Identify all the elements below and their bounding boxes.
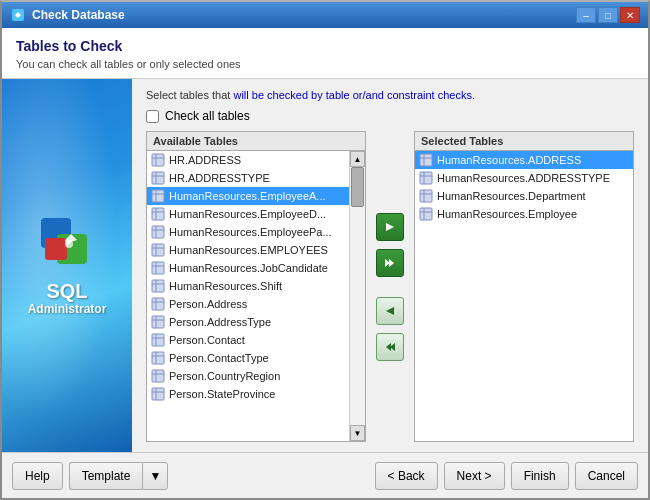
scroll-up-button[interactable]: ▲ [350, 151, 365, 167]
list-item[interactable]: HumanResources.Department [415, 187, 633, 205]
table-item-label: HR.ADDRESS [169, 154, 241, 166]
table-icon [151, 207, 165, 221]
table-icon [419, 153, 433, 167]
table-icon [151, 261, 165, 275]
table-icon [151, 369, 165, 383]
list-item[interactable]: HumanResources.Employee [415, 205, 633, 223]
table-item-label: Person.ContactType [169, 352, 269, 364]
list-item[interactable]: HR.ADDRESSTYPE [147, 169, 349, 187]
main-window: Check Database – □ ✕ Tables to Check You… [0, 0, 650, 500]
table-icon [151, 279, 165, 293]
svg-rect-59 [420, 190, 432, 202]
selected-tables-wrapper: HumanResources.ADDRESS HumanResources.AD… [414, 150, 634, 442]
table-item-label: Person.AddressType [169, 316, 271, 328]
logo-admin: Administrator [28, 302, 107, 316]
table-icon [151, 297, 165, 311]
move-left-button[interactable] [376, 297, 404, 325]
svg-rect-56 [420, 172, 432, 184]
back-button[interactable]: < Back [375, 462, 438, 490]
title-icon [10, 7, 26, 23]
list-item[interactable]: Person.StateProvince [147, 385, 349, 403]
table-icon [151, 243, 165, 257]
table-icon [151, 153, 165, 167]
table-item-label: HumanResources.ADDRESS [437, 154, 581, 166]
available-tables-scrollbar[interactable]: ▲ ▼ [349, 151, 365, 441]
arrow-right-double-icon [384, 257, 396, 269]
svg-rect-23 [152, 262, 164, 274]
title-buttons: – □ ✕ [576, 7, 640, 23]
list-item[interactable]: Person.AddressType [147, 313, 349, 331]
check-all-checkbox[interactable] [146, 110, 159, 123]
available-tables-section: Available Tables HR.ADDRESS HR.ADDRESSTY… [146, 131, 366, 442]
svg-rect-3 [45, 238, 67, 260]
logo-icon [39, 216, 95, 272]
list-item[interactable]: HumanResources.Shift [147, 277, 349, 295]
footer: Help Template ▼ < Back Next > Finish Can… [2, 452, 648, 498]
selected-tables-section: Selected Tables HumanResources.ADDRESS H… [414, 131, 634, 442]
svg-marker-49 [389, 259, 394, 267]
list-item[interactable]: Person.Address [147, 295, 349, 313]
next-button[interactable]: Next > [444, 462, 505, 490]
scroll-thumb[interactable] [351, 167, 364, 207]
table-icon [151, 315, 165, 329]
table-item-label: HumanResources.ADDRESSTYPE [437, 172, 610, 184]
cancel-button[interactable]: Cancel [575, 462, 638, 490]
list-item[interactable]: HumanResources.JobCandidate [147, 259, 349, 277]
instruction-text: Select tables that will be checked by ta… [146, 89, 634, 101]
list-item[interactable]: HumanResources.EmployeeD... [147, 205, 349, 223]
svg-marker-50 [386, 307, 394, 315]
table-item-label: HumanResources.JobCandidate [169, 262, 328, 274]
arrow-left-icon [384, 305, 396, 317]
svg-rect-11 [152, 190, 164, 202]
table-item-label: Person.CountryRegion [169, 370, 280, 382]
svg-rect-44 [152, 388, 164, 400]
main-content: SQL Administrator Select tables that wil… [2, 79, 648, 452]
svg-rect-35 [152, 334, 164, 346]
list-item[interactable]: HumanResources.EmployeeA... [147, 187, 349, 205]
table-icon [151, 333, 165, 347]
template-button[interactable]: Template [69, 462, 143, 490]
list-item[interactable]: HumanResources.ADDRESS [415, 151, 633, 169]
tables-container: Available Tables HR.ADDRESS HR.ADDRESSTY… [146, 131, 634, 442]
window-title: Check Database [32, 8, 125, 22]
maximize-button[interactable]: □ [598, 7, 618, 23]
selected-tables-list[interactable]: HumanResources.ADDRESS HumanResources.AD… [415, 151, 633, 441]
instruction-highlight: will be checked by table or/and constrai… [233, 89, 475, 101]
svg-rect-17 [152, 226, 164, 238]
list-item[interactable]: HumanResources.ADDRESSTYPE [415, 169, 633, 187]
list-item[interactable]: Person.ContactType [147, 349, 349, 367]
move-right-all-button[interactable] [376, 249, 404, 277]
list-item[interactable]: Person.Contact [147, 331, 349, 349]
template-button-group: Template ▼ [69, 462, 169, 490]
close-button[interactable]: ✕ [620, 7, 640, 23]
list-item[interactable]: HumanResources.EMPLOYEES [147, 241, 349, 259]
scroll-down-button[interactable]: ▼ [350, 425, 365, 441]
table-item-label: HumanResources.EmployeePa... [169, 226, 332, 238]
template-dropdown-button[interactable]: ▼ [142, 462, 168, 490]
table-item-label: Person.Contact [169, 334, 245, 346]
move-left-all-button[interactable] [376, 333, 404, 361]
scroll-track [350, 167, 365, 425]
svg-rect-8 [152, 172, 164, 184]
table-item-label: HumanResources.EmployeeA... [169, 190, 326, 202]
move-right-button[interactable] [376, 213, 404, 241]
minimize-button[interactable]: – [576, 7, 596, 23]
table-icon [151, 225, 165, 239]
page-title: Tables to Check [16, 38, 634, 54]
svg-rect-38 [152, 352, 164, 364]
svg-rect-20 [152, 244, 164, 256]
logo-sql: SQL [46, 280, 87, 302]
list-item[interactable]: HR.ADDRESS [147, 151, 349, 169]
table-item-label: HumanResources.EmployeeD... [169, 208, 326, 220]
table-icon [151, 171, 165, 185]
finish-button[interactable]: Finish [511, 462, 569, 490]
list-item[interactable]: HumanResources.EmployeePa... [147, 223, 349, 241]
svg-point-4 [65, 240, 73, 248]
svg-marker-47 [386, 223, 394, 231]
help-button[interactable]: Help [12, 462, 63, 490]
available-tables-wrapper: HR.ADDRESS HR.ADDRESSTYPE HumanResources… [146, 150, 366, 442]
available-tables-list[interactable]: HR.ADDRESS HR.ADDRESSTYPE HumanResources… [147, 151, 349, 441]
selected-tables-header: Selected Tables [414, 131, 634, 150]
list-item[interactable]: Person.CountryRegion [147, 367, 349, 385]
title-bar: Check Database – □ ✕ [2, 2, 648, 28]
